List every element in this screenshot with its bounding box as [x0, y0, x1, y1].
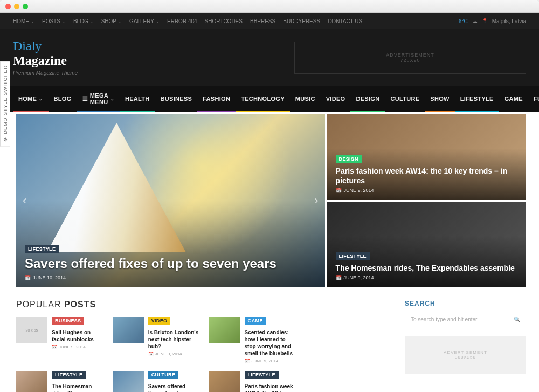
mainnav-item[interactable]: HOME⌄	[13, 86, 49, 112]
mainnav-item[interactable]: VIDEO	[321, 86, 351, 112]
window-zoom-button[interactable]	[23, 4, 28, 9]
temperature: -6°C	[457, 18, 468, 24]
category-badge[interactable]: BUSINESS	[52, 317, 84, 325]
gear-icon: ⚙	[3, 137, 8, 143]
demo-style-switcher[interactable]: ⚙ DEMO STYLE SWITCHER	[0, 61, 10, 147]
mainnav-item[interactable]: CULTURE	[385, 86, 425, 112]
mainnav-label: BUSINESS	[161, 95, 192, 102]
search-icon[interactable]: 🔍	[514, 317, 520, 322]
category-badge[interactable]: GAME	[245, 317, 266, 325]
section-title-popular: POPULAR POSTS	[16, 300, 392, 310]
hero-date: 📅JUNE 10, 2014	[25, 275, 277, 280]
mainnav-label: SHOW	[430, 95, 449, 102]
window-minimize-button[interactable]	[14, 4, 19, 9]
category-badge[interactable]: VIDEO	[148, 317, 171, 325]
popular-post[interactable]: CULTURESavers offered fixes of up to sev…	[113, 371, 199, 392]
mainnav-item[interactable]: LIFESTYLE	[455, 86, 499, 112]
mainnav-label: GAME	[505, 95, 523, 102]
mainnav-item[interactable]: MUSIC	[290, 86, 321, 112]
style-switcher-label: DEMO STYLE SWITCHER	[3, 65, 8, 134]
category-badge[interactable]: CULTURE	[148, 371, 178, 379]
post-title[interactable]: The Homesman rides, The Expendables asse…	[52, 383, 103, 392]
mainnav-label: MUSIC	[295, 95, 315, 102]
hero-side-card[interactable]: LIFESTYLE The Homesman rides, The Expend…	[327, 202, 526, 287]
side-card-title[interactable]: The Homesman rides, The Expendables asse…	[336, 263, 515, 273]
mainnav-item[interactable]: SHOW	[425, 86, 454, 112]
window-close-button[interactable]	[5, 4, 11, 9]
calendar-icon: 📅	[148, 352, 154, 356]
popular-post[interactable]: 80 x 65BUSINESSSali Hughes on facial sun…	[16, 317, 103, 363]
sidebar-advertisement[interactable]: ADVERTISEMENT 300X250	[405, 336, 526, 374]
post-title[interactable]: Paris fashion week AW14: the 10 key tren…	[245, 383, 296, 392]
topnav-item[interactable]: ERROR 404	[167, 18, 197, 24]
post-thumbnail	[209, 371, 240, 392]
weather-widget[interactable]: -6°C ☁ 📍 Malpils, Latvia	[457, 18, 526, 24]
side-card-title[interactable]: Paris fashion week AW14: the 10 key tren…	[336, 166, 517, 185]
hero-title[interactable]: Savers offered fixes of up to seven year…	[25, 256, 277, 272]
chevron-down-icon: ⌄	[31, 19, 34, 24]
topnav-item[interactable]: SHORTCODES	[205, 18, 243, 24]
calendar-icon: 📅	[336, 275, 342, 280]
chevron-down-icon: ⌄	[90, 19, 94, 24]
header-advertisement[interactable]: ADVERTISEMENT 728X90	[294, 42, 526, 74]
search-placeholder: To search type and hit enter	[411, 317, 477, 322]
mainnav-item[interactable]: FASHION	[197, 86, 236, 112]
category-badge[interactable]: DESIGN	[336, 155, 362, 163]
popular-post[interactable]: LIFESTYLEParis fashion week AW14: the 10…	[209, 371, 296, 392]
calendar-icon: 📅	[336, 188, 342, 193]
hero-slider: ‹ › LIFESTYLE Savers offered fixes of up…	[0, 112, 539, 289]
calendar-icon: 📅	[52, 345, 57, 349]
topnav-item[interactable]: BBPRESS	[250, 18, 275, 24]
post-title[interactable]: Scented candles: how I learned to stop w…	[245, 329, 296, 357]
chevron-down-icon: ⌄	[39, 97, 43, 101]
list-icon: ☰	[82, 95, 88, 102]
topnav-item[interactable]: GALLERY⌄	[129, 18, 160, 24]
chevron-down-icon: ⌄	[110, 97, 114, 101]
site-header: DialyMagazine Premium Magazine Theme ADV…	[0, 29, 539, 86]
mainnav-label: MEGA MENU	[90, 92, 108, 105]
mainnav-label: TECHNOLOGY	[241, 95, 285, 102]
mainnav-item[interactable]: ☰MEGA MENU⌄	[77, 86, 120, 112]
mainnav-label: VIDEO	[326, 95, 345, 102]
slider-next-icon[interactable]: ›	[314, 194, 318, 208]
topnav-item[interactable]: SHOP⌄	[101, 18, 122, 24]
mainnav-item[interactable]: DESIGN	[350, 86, 385, 112]
topnav-item[interactable]: POSTS⌄	[42, 18, 66, 24]
mainnav-item[interactable]: BUSINESS	[155, 86, 198, 112]
slider-prev-icon[interactable]: ‹	[23, 194, 26, 208]
hero-main-slide[interactable]: ‹ › LIFESTYLE Savers offered fixes of up…	[16, 114, 325, 287]
hero-side-card[interactable]: DESIGN Paris fashion week AW14: the 10 k…	[327, 114, 526, 200]
post-title[interactable]: Sali Hughes on facial sunblocks	[52, 329, 103, 343]
chevron-down-icon: ⌄	[62, 19, 66, 24]
mainnav-item[interactable]: HEALTH	[120, 86, 155, 112]
category-badge[interactable]: LIFESTYLE	[25, 245, 59, 253]
topnav-item[interactable]: BUDDYPRESS	[283, 18, 320, 24]
mainnav-item[interactable]: TECHNOLOGY	[236, 86, 290, 112]
popular-post[interactable]: VIDEOIs Brixton London's next tech hipst…	[113, 317, 199, 363]
post-thumbnail	[16, 371, 47, 392]
topnav-item[interactable]: HOME⌄	[13, 18, 34, 24]
post-thumbnail	[209, 317, 240, 343]
topnav-item[interactable]: BLOG⌄	[73, 18, 94, 24]
sidebar-heading-search: SEARCH	[405, 300, 526, 307]
mainnav-item[interactable]: FUN	[528, 86, 539, 112]
category-badge[interactable]: LIFESTYLE	[245, 371, 279, 379]
search-input[interactable]: To search type and hit enter 🔍	[405, 313, 526, 326]
site-tagline: Premium Magazine Theme	[13, 70, 78, 76]
site-logo[interactable]: DialyMagazine	[13, 39, 78, 68]
post-title[interactable]: Savers offered fixes of up to seven year…	[148, 383, 199, 392]
popular-post[interactable]: LIFESTYLEThe Homesman rides, The Expenda…	[16, 371, 103, 392]
popular-post[interactable]: GAMEScented candles: how I learned to st…	[209, 317, 296, 363]
mainnav-item[interactable]: BLOG	[49, 86, 77, 112]
post-thumbnail: 80 x 65	[16, 317, 47, 343]
category-badge[interactable]: LIFESTYLE	[336, 252, 370, 260]
category-badge[interactable]: LIFESTYLE	[52, 371, 86, 379]
mainnav-item[interactable]: GAME	[499, 86, 528, 112]
mainnav-label: CULTURE	[390, 95, 419, 102]
post-thumbnail	[113, 317, 144, 343]
post-title[interactable]: Is Brixton London's next tech hipster hu…	[148, 329, 199, 350]
calendar-icon: 📅	[25, 275, 31, 280]
mainnav-label: LIFESTYLE	[460, 95, 494, 102]
mainnav-label: FASHION	[203, 95, 230, 102]
topnav-item[interactable]: CONTACT US	[328, 18, 362, 24]
